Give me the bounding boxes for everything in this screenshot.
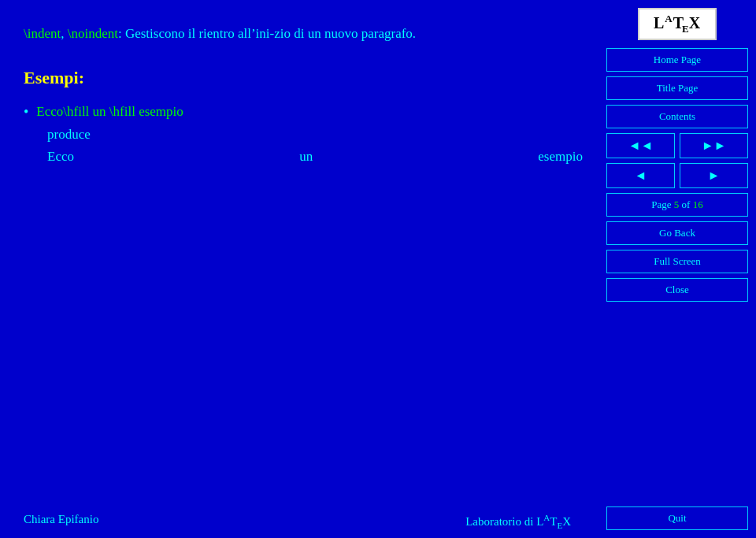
footer-author: Chiara Epifanio [24,513,98,530]
main-content: \indent, \noindent: Gestiscono il rientr… [0,0,595,538]
hfill-word-2: un [299,149,313,165]
full-screen-button[interactable]: Full Screen [606,250,748,273]
bullet-icon: • [24,104,28,121]
intro-paragraph: \indent, \noindent: Gestiscono il rientr… [24,24,571,44]
home-page-button[interactable]: Home Page [606,48,748,72]
fast-nav-row: ◄◄ ►► [606,133,748,158]
page-indicator: Page 5 of 16 [606,193,748,217]
nav-forward-fast-button[interactable]: ►► [680,133,748,158]
sidebar: LATEX Home Page Title Page Contents ◄◄ ►… [598,0,756,538]
intro-text: : Gestiscono il rientro all’ini-zio di u… [118,26,416,41]
slow-nav-row: ◄ ► [606,163,748,188]
esempi-title: Esempi: [24,68,571,88]
hfill-cmd: Ecco\hfill un \hfill esempio [36,104,183,119]
produce-label: produce [47,127,571,143]
footer: Chiara Epifanio Laboratorio di LATEX [0,513,595,530]
footer-lab-text: Laboratorio di L [465,515,543,528]
cmd-noindent: \noindent [68,26,118,41]
latex-logo-text: LATEX [654,14,701,32]
footer-lab: Laboratorio di LATEX [465,513,571,530]
close-button[interactable]: Close [606,278,748,302]
intro-separator: , [61,26,68,41]
contents-button[interactable]: Contents [606,105,748,128]
go-back-button[interactable]: Go Back [606,221,748,245]
page-num-span: 5 [674,199,680,210]
nav-forward-button[interactable]: ► [680,163,748,188]
hfill-example-row: Ecco un esempio [47,149,583,165]
quit-button[interactable]: Quit [606,506,748,530]
footer-lat-x: X [562,515,571,528]
latex-logo: LATEX [638,8,717,40]
bullet-cmd-text: Ecco\hfill un \hfill esempio [36,104,183,120]
nav-back-button[interactable]: ◄ [606,163,675,188]
bullet-item-1: • Ecco\hfill un \hfill esempio [24,104,571,121]
cmd-indent: \indent [24,26,61,41]
hfill-word-1: Ecco [47,149,74,165]
title-page-button[interactable]: Title Page [606,76,748,100]
nav-back-fast-button[interactable]: ◄◄ [606,133,675,158]
hfill-word-3: esempio [538,149,583,165]
page-total-span: 16 [693,199,703,210]
